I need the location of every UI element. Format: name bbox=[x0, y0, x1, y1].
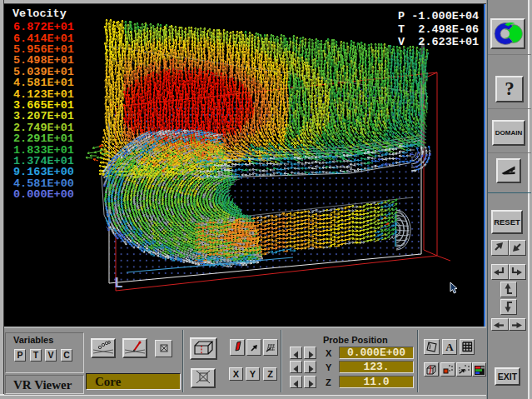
svg-text:L: L bbox=[114, 275, 123, 292]
